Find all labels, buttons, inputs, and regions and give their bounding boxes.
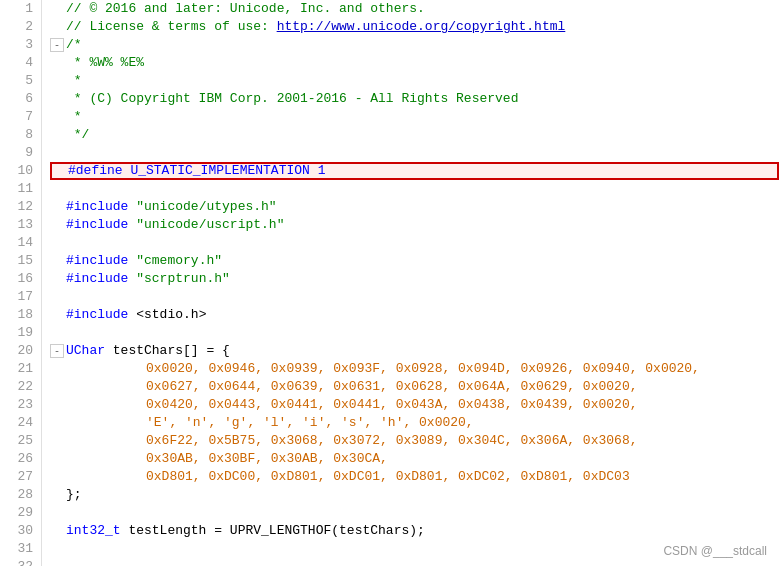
- include-text-15: #include: [66, 252, 136, 270]
- line-num-16: 16: [8, 270, 33, 288]
- code-line-12: #include "unicode/utypes.h": [50, 198, 779, 216]
- code-line-9: [50, 144, 779, 162]
- code-content: // © 2016 and later: Unicode, Inc. and o…: [42, 0, 779, 566]
- line-num-10: 10: [8, 162, 33, 180]
- uchar-type: UChar: [66, 342, 105, 360]
- comment-text-8: */: [66, 126, 89, 144]
- code-line-19: [50, 324, 779, 342]
- line-num-5: 5: [8, 72, 33, 90]
- line-num-26: 26: [8, 450, 33, 468]
- comment-text-2: // License & terms of use:: [66, 18, 277, 36]
- line-num-22: 22: [8, 378, 33, 396]
- uchar-rest: testChars[] = {: [105, 342, 230, 360]
- line-num-28: 28: [8, 486, 33, 504]
- line-num-7: 7: [8, 108, 33, 126]
- code-line-8: */: [50, 126, 779, 144]
- code-line-5: *: [50, 72, 779, 90]
- hex-24: 'E', 'n', 'g', 'l', 'i', 's', 'h', 0x002…: [146, 414, 474, 432]
- include-string-13: "unicode/uscript.h": [136, 216, 284, 234]
- comment-text-5: *: [66, 72, 82, 90]
- include-text-12: #include: [66, 198, 136, 216]
- code-line-2: // License & terms of use: http://www.un…: [50, 18, 779, 36]
- code-line-17: [50, 288, 779, 306]
- include-angle-18: <stdio.h>: [136, 306, 206, 324]
- comment-text-7: *: [66, 108, 82, 126]
- line-num-30: 30: [8, 522, 33, 540]
- code-line-26: 0x30AB, 0x30BF, 0x30AB, 0x30CA,: [50, 450, 779, 468]
- line-num-13: 13: [8, 216, 33, 234]
- line-num-27: 27: [8, 468, 33, 486]
- code-line-32: [50, 558, 779, 566]
- watermark: CSDN @___stdcall: [663, 544, 767, 558]
- line-num-4: 4: [8, 54, 33, 72]
- empty-17: [66, 288, 74, 306]
- empty-11: [66, 180, 74, 198]
- line-num-3: 3: [8, 36, 33, 54]
- int32-type: int32_t: [66, 522, 121, 540]
- code-line-18: #include <stdio.h>: [50, 306, 779, 324]
- define-text: #define U_STATIC_IMPLEMENTATION 1: [68, 162, 325, 180]
- line-num-9: 9: [8, 144, 33, 162]
- code-line-24: 'E', 'n', 'g', 'l', 'i', 's', 'h', 0x002…: [50, 414, 779, 432]
- line-num-29: 29: [8, 504, 33, 522]
- comment-text-6: * (C) Copyright IBM Corp. 2001-2016 - Al…: [66, 90, 518, 108]
- code-editor: 1 2 3 4 5 6 7 8 9 10 11 12 13 14 15 16 1…: [0, 0, 779, 566]
- include-string-12: "unicode/utypes.h": [136, 198, 276, 216]
- line-num-14: 14: [8, 234, 33, 252]
- code-line-20: - UChar testChars[] = {: [50, 342, 779, 360]
- include-text-16: #include: [66, 270, 136, 288]
- code-line-3: - /*: [50, 36, 779, 54]
- line-num-18: 18: [8, 306, 33, 324]
- line-num-24: 24: [8, 414, 33, 432]
- line-num-15: 15: [8, 252, 33, 270]
- line-num-23: 23: [8, 396, 33, 414]
- url-link[interactable]: http://www.unicode.org/copyright.html: [277, 18, 566, 36]
- code-line-10: #define U_STATIC_IMPLEMENTATION 1: [50, 162, 779, 180]
- code-line-13: #include "unicode/uscript.h": [50, 216, 779, 234]
- code-line-29: [50, 504, 779, 522]
- hex-25: 0x6F22, 0x5B75, 0x3068, 0x3072, 0x3089, …: [146, 432, 637, 450]
- include-text-18: #include: [66, 306, 136, 324]
- hex-23: 0x0420, 0x0443, 0x0441, 0x0441, 0x043A, …: [146, 396, 637, 414]
- hex-26: 0x30AB, 0x30BF, 0x30AB, 0x30CA,: [146, 450, 388, 468]
- line-num-21: 21: [8, 360, 33, 378]
- include-text-13: #include: [66, 216, 136, 234]
- code-line-27: 0xD801, 0xDC00, 0xD801, 0xDC01, 0xD801, …: [50, 468, 779, 486]
- empty-32: [66, 558, 74, 566]
- empty-14: [66, 234, 74, 252]
- line-num-6: 6: [8, 90, 33, 108]
- empty-29: [66, 504, 74, 522]
- line-num-32: 32: [8, 558, 33, 566]
- hex-21: 0x0020, 0x0946, 0x0939, 0x093F, 0x0928, …: [146, 360, 700, 378]
- code-line-6: * (C) Copyright IBM Corp. 2001-2016 - Al…: [50, 90, 779, 108]
- line-num-8: 8: [8, 126, 33, 144]
- code-line-16: #include "scrptrun.h": [50, 270, 779, 288]
- include-string-15: "cmemory.h": [136, 252, 222, 270]
- code-line-14: [50, 234, 779, 252]
- code-line-28: };: [50, 486, 779, 504]
- line-num-12: 12: [8, 198, 33, 216]
- comment-text-1: // © 2016 and later: Unicode, Inc. and o…: [66, 0, 425, 18]
- line-numbers: 1 2 3 4 5 6 7 8 9 10 11 12 13 14 15 16 1…: [0, 0, 42, 566]
- code-line-1: // © 2016 and later: Unicode, Inc. and o…: [50, 0, 779, 18]
- line-num-20: 20: [8, 342, 33, 360]
- comment-text-3: /*: [66, 36, 82, 54]
- hex-27: 0xD801, 0xDC00, 0xD801, 0xDC01, 0xD801, …: [146, 468, 630, 486]
- line-num-2: 2: [8, 18, 33, 36]
- line-num-25: 25: [8, 432, 33, 450]
- int32-rest: testLength = UPRV_LENGTHOF(testChars);: [121, 522, 425, 540]
- code-line-4: * %W% %E%: [50, 54, 779, 72]
- code-line-25: 0x6F22, 0x5B75, 0x3068, 0x3072, 0x3089, …: [50, 432, 779, 450]
- empty-31: [66, 540, 74, 558]
- line-num-19: 19: [8, 324, 33, 342]
- line-num-31: 31: [8, 540, 33, 558]
- close-brace-28: };: [66, 486, 82, 504]
- fold-icon-20[interactable]: -: [50, 344, 64, 358]
- fold-icon-3[interactable]: -: [50, 38, 64, 52]
- code-line-30: int32_t testLength = UPRV_LENGTHOF(testC…: [50, 522, 779, 540]
- code-line-23: 0x0420, 0x0443, 0x0441, 0x0441, 0x043A, …: [50, 396, 779, 414]
- code-line-22: 0x0627, 0x0644, 0x0639, 0x0631, 0x0628, …: [50, 378, 779, 396]
- hex-22: 0x0627, 0x0644, 0x0639, 0x0631, 0x0628, …: [146, 378, 637, 396]
- line-num-11: 11: [8, 180, 33, 198]
- include-string-16: "scrptrun.h": [136, 270, 230, 288]
